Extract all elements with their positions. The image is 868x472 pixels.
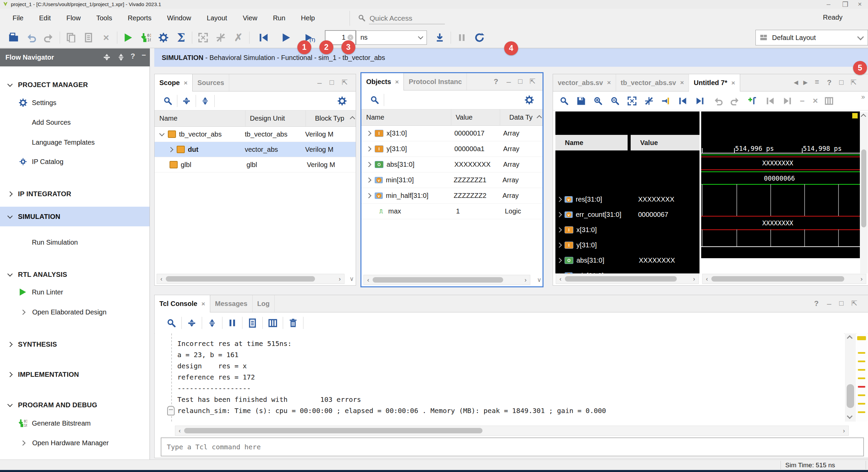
scroll-thumb[interactable] [861, 149, 866, 227]
no-cursor-icon[interactable] [645, 97, 653, 105]
scroll-left-icon[interactable]: ‹ [703, 275, 711, 283]
tab-sources[interactable]: Sources [193, 74, 229, 91]
nav-item-language-templates[interactable]: Language Templates [0, 134, 150, 151]
gear-icon[interactable] [338, 97, 347, 105]
nav-section-synthesis[interactable]: SYNTHESIS [0, 335, 150, 353]
sim-run-all-button[interactable] [277, 30, 295, 45]
scroll-up-icon[interactable] [862, 114, 865, 120]
sim-relaunch-button[interactable] [471, 30, 488, 45]
menu-run[interactable]: Run [265, 9, 293, 27]
scope-row-dut[interactable]: dut vector_abs Verilog M [155, 142, 356, 157]
chevron-right-icon[interactable] [168, 147, 174, 152]
delete-marker-icon[interactable]: − [800, 96, 805, 106]
close-tab-icon[interactable]: × [184, 79, 188, 87]
scroll-up-icon[interactable] [351, 115, 354, 122]
scroll-left-icon[interactable]: ‹ [364, 276, 373, 284]
tab-messages[interactable]: Messages [210, 295, 253, 312]
scroll-thumb[interactable] [184, 428, 482, 433]
scroll-thumb[interactable] [711, 276, 844, 282]
tab-log[interactable]: Log [253, 295, 275, 312]
next-marker-icon[interactable] [783, 97, 792, 105]
collapse-all-icon[interactable] [187, 319, 196, 328]
close-tab-icon[interactable]: × [201, 300, 205, 308]
scroll-thumb[interactable] [166, 276, 315, 282]
scroll-thumb[interactable] [373, 277, 503, 283]
sim-time-unit-select[interactable]: ns [356, 30, 427, 45]
wave-row[interactable]: v res[31:0] XXXXXXXX [557, 192, 699, 207]
col-name[interactable]: Name [155, 115, 245, 122]
tcl-vscrollbar[interactable] [845, 333, 856, 422]
wave-row[interactable]: I x[31:0] [557, 222, 699, 238]
sim-restart-button[interactable] [255, 30, 273, 45]
menu-view[interactable]: View [235, 9, 265, 27]
tab-tcl-console[interactable]: Tcl Console× [155, 295, 210, 312]
wave-names-hscrollbar[interactable]: ‹ › [556, 274, 699, 284]
previous-marker-icon[interactable] [766, 97, 775, 105]
zoom-out-icon[interactable] [611, 97, 619, 105]
scope-hscrollbar[interactable]: ‹ › [157, 274, 344, 284]
nav-item-run-simulation[interactable]: Run Simulation [0, 233, 150, 251]
search-icon[interactable] [370, 96, 379, 104]
chevron-down-icon[interactable] [159, 131, 165, 137]
collapse-all-icon[interactable] [103, 53, 111, 61]
maximize-panel-icon[interactable]: □ [518, 77, 522, 85]
col-value[interactable]: Value [451, 114, 505, 121]
tab-scroll-right-icon[interactable]: ▶ [803, 79, 808, 86]
scroll-down-icon[interactable]: ∨ [537, 276, 541, 284]
tab-tb-vector-abs-sv[interactable]: tb_vector_abs.sv× [616, 74, 689, 91]
float-panel-icon[interactable]: ⇱ [342, 78, 348, 86]
close-tab-icon[interactable]: × [607, 79, 611, 86]
layout-select[interactable]: Default Layout [755, 30, 868, 45]
scroll-right-icon[interactable]: › [690, 275, 698, 283]
menu-layout[interactable]: Layout [199, 9, 235, 27]
help-icon[interactable]: ? [814, 299, 818, 308]
scroll-thumb[interactable] [565, 276, 677, 282]
scroll-down-icon[interactable] [848, 413, 852, 419]
search-icon[interactable] [167, 319, 176, 328]
scope-row-tb[interactable]: tb_vector_abs tb_vector_abs Verilog M [155, 127, 356, 142]
warning-marker[interactable] [858, 361, 865, 362]
scroll-down-icon[interactable]: ∨ [350, 275, 354, 283]
error-marker[interactable] [858, 386, 865, 388]
chevron-right-icon[interactable] [366, 146, 372, 152]
scroll-left-icon[interactable]: ‹ [157, 275, 166, 283]
swap-before-icon[interactable] [714, 97, 723, 105]
object-row-min-half[interactable]: v min_half[31:0] ZZZZZZZ2 Array [361, 188, 542, 204]
maximize-panel-icon[interactable]: □ [839, 299, 844, 307]
col-block-type[interactable]: Block Typ [310, 115, 352, 122]
help-icon[interactable]: ? [131, 52, 135, 61]
chevron-right-icon[interactable] [366, 162, 372, 167]
go-to-time-icon[interactable] [662, 97, 670, 105]
nav-section-ip-integrator[interactable]: IP INTEGRATOR [0, 185, 150, 203]
object-row-y[interactable]: I y[31:0] 000000a1 Array [361, 141, 542, 157]
open-project-button[interactable] [5, 30, 22, 45]
copy-icon[interactable] [248, 319, 257, 328]
tab-protocol-instances[interactable]: Protocol Instanc [404, 73, 467, 90]
settings-gear-button[interactable] [155, 30, 172, 45]
next-transition-icon[interactable] [695, 97, 704, 105]
scroll-right-icon[interactable]: › [840, 427, 848, 434]
menu-tools[interactable]: Tools [88, 9, 120, 27]
tab-untitled-7[interactable]: Untitled 7*× [689, 74, 740, 91]
reports-sigma-button[interactable]: Σ [172, 30, 190, 45]
scroll-right-icon[interactable]: › [857, 275, 866, 283]
minimize-panel-icon[interactable]: – [317, 78, 322, 87]
wave-row[interactable]: O abs[31:0] XXXXXXXX [557, 253, 699, 268]
close-tab-icon[interactable]: × [731, 79, 735, 87]
chevron-right-icon[interactable] [366, 193, 372, 199]
delete-all-markers-icon[interactable]: × [813, 96, 818, 106]
tab-vector-abs-sv[interactable]: vector_abs.sv× [553, 74, 616, 91]
close-tab-icon[interactable]: × [395, 78, 399, 86]
clear-console-icon[interactable] [289, 319, 298, 328]
quick-access-input[interactable] [369, 13, 445, 24]
close-window-icon[interactable]: × [856, 0, 864, 8]
menu-reports[interactable]: Reports [120, 9, 159, 27]
maximize-panel-icon[interactable]: □ [839, 78, 844, 86]
tab-scope[interactable]: Scope× [155, 74, 193, 91]
minimize-window-icon[interactable]: – [825, 0, 832, 8]
col-design-unit[interactable]: Design Unit [245, 115, 310, 122]
tab-list-icon[interactable]: ≡ [815, 78, 819, 86]
synthesize-disabled-button[interactable] [212, 30, 230, 45]
chevron-right-icon[interactable] [557, 243, 562, 248]
sim-pause-button[interactable] [453, 30, 471, 45]
